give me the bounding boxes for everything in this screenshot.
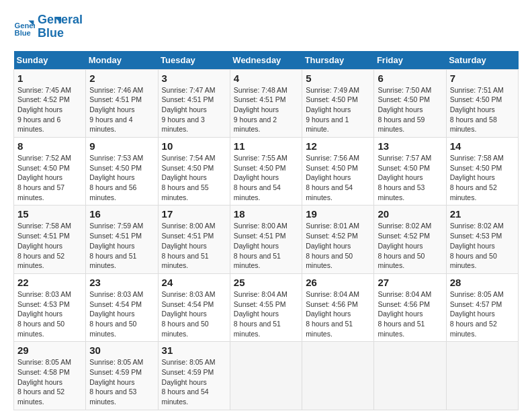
day-info: Sunrise: 7:52 AMSunset: 4:50 PMDaylight …: [17, 153, 82, 202]
calendar-cell: 15Sunrise: 7:58 AMSunset: 4:51 PMDayligh…: [14, 205, 86, 273]
calendar-header-row: SundayMondayTuesdayWednesdayThursdayFrid…: [14, 51, 519, 70]
day-number: 7: [450, 73, 515, 84]
calendar-cell: [230, 342, 302, 410]
calendar-cell: [446, 342, 518, 410]
day-info: Sunrise: 8:00 AMSunset: 4:51 PMDaylight …: [162, 221, 226, 270]
day-number: 22: [17, 277, 82, 288]
calendar-cell: 8Sunrise: 7:52 AMSunset: 4:50 PMDaylight…: [14, 138, 86, 205]
day-info: Sunrise: 8:03 AMSunset: 4:54 PMDaylight …: [162, 289, 226, 338]
day-info: Sunrise: 7:56 AMSunset: 4:50 PMDaylight …: [306, 153, 370, 202]
logo-arrow-icon: [42, 14, 61, 33]
calendar-cell: 9Sunrise: 7:53 AMSunset: 4:50 PMDaylight…: [86, 138, 158, 205]
day-number: 14: [450, 140, 515, 152]
day-number: 24: [162, 277, 226, 288]
day-info: Sunrise: 7:58 AMSunset: 4:51 PMDaylight …: [17, 221, 82, 270]
calendar-week-2: 8Sunrise: 7:52 AMSunset: 4:50 PMDaylight…: [14, 138, 519, 205]
day-info: Sunrise: 7:54 AMSunset: 4:50 PMDaylight …: [162, 153, 226, 202]
day-info: Sunrise: 7:53 AMSunset: 4:50 PMDaylight …: [89, 153, 154, 202]
calendar-cell: 3Sunrise: 7:47 AMSunset: 4:51 PMDaylight…: [158, 69, 230, 137]
day-number: 19: [306, 208, 370, 220]
calendar-cell: 20Sunrise: 8:02 AMSunset: 4:52 PMDayligh…: [374, 205, 446, 273]
day-info: Sunrise: 7:45 AMSunset: 4:52 PMDaylight …: [17, 85, 82, 134]
calendar-cell: 23Sunrise: 8:03 AMSunset: 4:54 PMDayligh…: [86, 273, 158, 341]
day-number: 5: [306, 73, 370, 84]
day-info: Sunrise: 7:49 AMSunset: 4:50 PMDaylight …: [306, 85, 370, 134]
day-number: 18: [234, 208, 298, 220]
col-header-monday: Monday: [86, 51, 158, 70]
day-number: 27: [378, 277, 442, 288]
svg-text:Blue: Blue: [15, 29, 31, 37]
day-number: 23: [89, 277, 154, 288]
day-info: Sunrise: 7:55 AMSunset: 4:50 PMDaylight …: [234, 153, 298, 202]
col-header-thursday: Thursday: [302, 51, 374, 70]
day-number: 15: [17, 208, 82, 220]
day-number: 28: [450, 277, 515, 288]
day-number: 12: [306, 140, 370, 152]
calendar-cell: 28Sunrise: 8:05 AMSunset: 4:57 PMDayligh…: [446, 273, 518, 341]
day-info: Sunrise: 8:04 AMSunset: 4:55 PMDaylight …: [234, 289, 298, 338]
day-number: 20: [378, 208, 442, 220]
col-header-saturday: Saturday: [446, 51, 518, 70]
day-info: Sunrise: 7:46 AMSunset: 4:51 PMDaylight …: [89, 85, 154, 134]
day-info: Sunrise: 8:03 AMSunset: 4:53 PMDaylight …: [17, 289, 82, 338]
calendar-cell: 14Sunrise: 7:58 AMSunset: 4:50 PMDayligh…: [446, 138, 518, 205]
day-number: 30: [89, 345, 154, 356]
calendar-cell: 30Sunrise: 8:05 AMSunset: 4:59 PMDayligh…: [86, 342, 158, 410]
col-header-wednesday: Wednesday: [230, 51, 302, 70]
day-info: Sunrise: 8:02 AMSunset: 4:53 PMDaylight …: [450, 221, 515, 270]
calendar-cell: 12Sunrise: 7:56 AMSunset: 4:50 PMDayligh…: [302, 138, 374, 205]
col-header-sunday: Sunday: [14, 51, 86, 70]
calendar-cell: 6Sunrise: 7:50 AMSunset: 4:50 PMDaylight…: [374, 69, 446, 137]
svg-marker-3: [54, 17, 61, 24]
calendar-cell: 25Sunrise: 8:04 AMSunset: 4:55 PMDayligh…: [230, 273, 302, 341]
day-info: Sunrise: 8:04 AMSunset: 4:56 PMDaylight …: [378, 289, 442, 338]
day-number: 3: [162, 73, 226, 84]
calendar-cell: 29Sunrise: 8:05 AMSunset: 4:58 PMDayligh…: [14, 342, 86, 410]
day-number: 25: [234, 277, 298, 288]
calendar-cell: 2Sunrise: 7:46 AMSunset: 4:51 PMDaylight…: [86, 69, 158, 137]
day-number: 21: [450, 208, 515, 220]
day-number: 2: [89, 73, 154, 84]
calendar-cell: 21Sunrise: 8:02 AMSunset: 4:53 PMDayligh…: [446, 205, 518, 273]
calendar-week-1: 1Sunrise: 7:45 AMSunset: 4:52 PMDaylight…: [14, 69, 519, 137]
day-number: 10: [162, 140, 226, 152]
day-info: Sunrise: 7:50 AMSunset: 4:50 PMDaylight …: [378, 85, 442, 134]
day-info: Sunrise: 8:01 AMSunset: 4:52 PMDaylight …: [306, 221, 370, 270]
day-number: 6: [378, 73, 442, 84]
day-number: 29: [17, 345, 82, 356]
calendar-cell: 19Sunrise: 8:01 AMSunset: 4:52 PMDayligh…: [302, 205, 374, 273]
day-number: 1: [17, 73, 82, 84]
calendar-cell: 18Sunrise: 8:00 AMSunset: 4:51 PMDayligh…: [230, 205, 302, 273]
day-info: Sunrise: 8:05 AMSunset: 4:58 PMDaylight …: [17, 357, 82, 406]
day-number: 11: [234, 140, 298, 152]
day-number: 13: [378, 140, 442, 152]
day-info: Sunrise: 8:05 AMSunset: 4:59 PMDaylight …: [89, 357, 154, 406]
day-info: Sunrise: 8:05 AMSunset: 4:57 PMDaylight …: [450, 289, 515, 338]
page-header: General Blue General Blue: [13, 13, 519, 40]
col-header-friday: Friday: [374, 51, 446, 70]
day-info: Sunrise: 8:04 AMSunset: 4:56 PMDaylight …: [306, 289, 370, 338]
calendar-cell: 26Sunrise: 8:04 AMSunset: 4:56 PMDayligh…: [302, 273, 374, 341]
day-number: 31: [162, 345, 226, 356]
calendar-cell: 1Sunrise: 7:45 AMSunset: 4:52 PMDaylight…: [14, 69, 86, 137]
calendar-cell: 13Sunrise: 7:57 AMSunset: 4:50 PMDayligh…: [374, 138, 446, 205]
day-info: Sunrise: 7:58 AMSunset: 4:50 PMDaylight …: [450, 153, 515, 202]
calendar-cell: 22Sunrise: 8:03 AMSunset: 4:53 PMDayligh…: [14, 273, 86, 341]
logo-icon: General Blue: [13, 16, 35, 38]
day-info: Sunrise: 8:02 AMSunset: 4:52 PMDaylight …: [378, 221, 442, 270]
day-number: 9: [89, 140, 154, 152]
calendar-cell: [302, 342, 374, 410]
day-number: 17: [162, 208, 226, 220]
calendar-week-4: 22Sunrise: 8:03 AMSunset: 4:53 PMDayligh…: [14, 273, 519, 341]
day-info: Sunrise: 7:57 AMSunset: 4:50 PMDaylight …: [378, 153, 442, 202]
day-info: Sunrise: 8:03 AMSunset: 4:54 PMDaylight …: [89, 289, 154, 338]
day-info: Sunrise: 8:00 AMSunset: 4:51 PMDaylight …: [234, 221, 298, 270]
calendar-cell: 27Sunrise: 8:04 AMSunset: 4:56 PMDayligh…: [374, 273, 446, 341]
calendar-cell: 24Sunrise: 8:03 AMSunset: 4:54 PMDayligh…: [158, 273, 230, 341]
calendar-week-5: 29Sunrise: 8:05 AMSunset: 4:58 PMDayligh…: [14, 342, 519, 410]
day-number: 26: [306, 277, 370, 288]
calendar-cell: 7Sunrise: 7:51 AMSunset: 4:50 PMDaylight…: [446, 69, 518, 137]
calendar-cell: [374, 342, 446, 410]
calendar-cell: 10Sunrise: 7:54 AMSunset: 4:50 PMDayligh…: [158, 138, 230, 205]
col-header-tuesday: Tuesday: [158, 51, 230, 70]
